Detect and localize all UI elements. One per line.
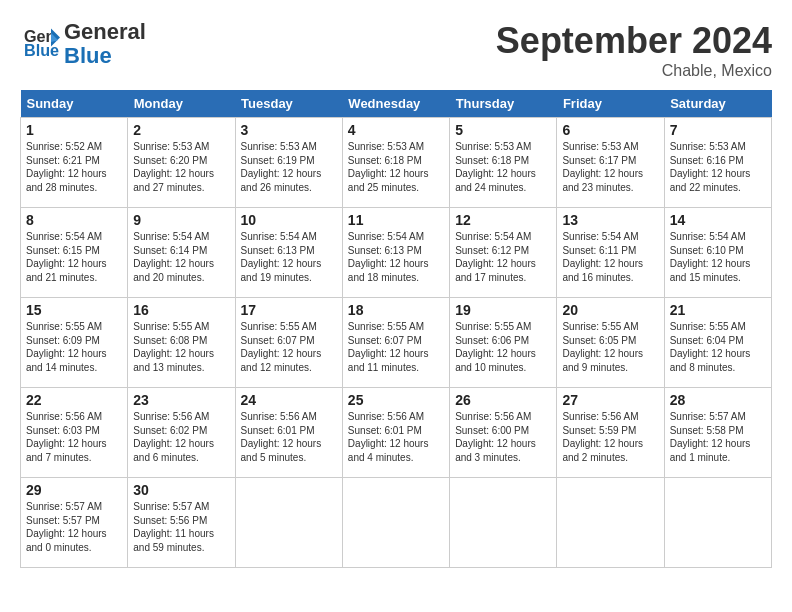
day-cell: 10Sunrise: 5:54 AM Sunset: 6:13 PM Dayli… [235, 208, 342, 298]
day-number: 14 [670, 212, 766, 228]
day-info: Sunrise: 5:55 AM Sunset: 6:05 PM Dayligh… [562, 320, 658, 374]
header-friday: Friday [557, 90, 664, 118]
svg-text:Blue: Blue [24, 42, 59, 60]
day-info: Sunrise: 5:54 AM Sunset: 6:11 PM Dayligh… [562, 230, 658, 284]
day-number: 23 [133, 392, 229, 408]
logo-general: General [64, 19, 146, 44]
title-area: September 2024 Chable, Mexico [496, 20, 772, 80]
day-number: 10 [241, 212, 337, 228]
day-cell: 19Sunrise: 5:55 AM Sunset: 6:06 PM Dayli… [450, 298, 557, 388]
week-row-3: 15Sunrise: 5:55 AM Sunset: 6:09 PM Dayli… [21, 298, 772, 388]
day-cell: 14Sunrise: 5:54 AM Sunset: 6:10 PM Dayli… [664, 208, 771, 298]
logo-blue: Blue [64, 43, 112, 68]
logo-icon: Gen Blue [24, 24, 60, 60]
week-row-5: 29Sunrise: 5:57 AM Sunset: 5:57 PM Dayli… [21, 478, 772, 568]
day-info: Sunrise: 5:53 AM Sunset: 6:20 PM Dayligh… [133, 140, 229, 194]
day-number: 21 [670, 302, 766, 318]
day-cell: 25Sunrise: 5:56 AM Sunset: 6:01 PM Dayli… [342, 388, 449, 478]
day-info: Sunrise: 5:56 AM Sunset: 6:00 PM Dayligh… [455, 410, 551, 464]
day-info: Sunrise: 5:55 AM Sunset: 6:04 PM Dayligh… [670, 320, 766, 374]
day-number: 6 [562, 122, 658, 138]
day-info: Sunrise: 5:56 AM Sunset: 6:02 PM Dayligh… [133, 410, 229, 464]
day-number: 17 [241, 302, 337, 318]
day-number: 25 [348, 392, 444, 408]
day-info: Sunrise: 5:55 AM Sunset: 6:07 PM Dayligh… [348, 320, 444, 374]
day-number: 12 [455, 212, 551, 228]
day-cell: 20Sunrise: 5:55 AM Sunset: 6:05 PM Dayli… [557, 298, 664, 388]
month-title: September 2024 [496, 20, 772, 62]
day-info: Sunrise: 5:53 AM Sunset: 6:16 PM Dayligh… [670, 140, 766, 194]
day-info: Sunrise: 5:56 AM Sunset: 6:03 PM Dayligh… [26, 410, 122, 464]
day-cell: 16Sunrise: 5:55 AM Sunset: 6:08 PM Dayli… [128, 298, 235, 388]
day-cell: 23Sunrise: 5:56 AM Sunset: 6:02 PM Dayli… [128, 388, 235, 478]
day-number: 30 [133, 482, 229, 498]
week-row-2: 8Sunrise: 5:54 AM Sunset: 6:15 PM Daylig… [21, 208, 772, 298]
header-row: SundayMondayTuesdayWednesdayThursdayFrid… [21, 90, 772, 118]
day-cell: 21Sunrise: 5:55 AM Sunset: 6:04 PM Dayli… [664, 298, 771, 388]
day-number: 16 [133, 302, 229, 318]
day-cell: 5Sunrise: 5:53 AM Sunset: 6:18 PM Daylig… [450, 118, 557, 208]
day-cell: 22Sunrise: 5:56 AM Sunset: 6:03 PM Dayli… [21, 388, 128, 478]
day-number: 19 [455, 302, 551, 318]
day-info: Sunrise: 5:53 AM Sunset: 6:17 PM Dayligh… [562, 140, 658, 194]
day-info: Sunrise: 5:57 AM Sunset: 5:57 PM Dayligh… [26, 500, 122, 554]
day-cell: 18Sunrise: 5:55 AM Sunset: 6:07 PM Dayli… [342, 298, 449, 388]
day-info: Sunrise: 5:53 AM Sunset: 6:18 PM Dayligh… [455, 140, 551, 194]
week-row-4: 22Sunrise: 5:56 AM Sunset: 6:03 PM Dayli… [21, 388, 772, 478]
day-cell: 29Sunrise: 5:57 AM Sunset: 5:57 PM Dayli… [21, 478, 128, 568]
day-cell: 8Sunrise: 5:54 AM Sunset: 6:15 PM Daylig… [21, 208, 128, 298]
calendar-body: 1Sunrise: 5:52 AM Sunset: 6:21 PM Daylig… [21, 118, 772, 568]
header-saturday: Saturday [664, 90, 771, 118]
day-info: Sunrise: 5:57 AM Sunset: 5:56 PM Dayligh… [133, 500, 229, 554]
day-number: 28 [670, 392, 766, 408]
day-info: Sunrise: 5:55 AM Sunset: 6:07 PM Dayligh… [241, 320, 337, 374]
day-info: Sunrise: 5:53 AM Sunset: 6:18 PM Dayligh… [348, 140, 444, 194]
day-info: Sunrise: 5:56 AM Sunset: 6:01 PM Dayligh… [348, 410, 444, 464]
header-monday: Monday [128, 90, 235, 118]
header-sunday: Sunday [21, 90, 128, 118]
day-number: 15 [26, 302, 122, 318]
day-cell: 13Sunrise: 5:54 AM Sunset: 6:11 PM Dayli… [557, 208, 664, 298]
day-number: 8 [26, 212, 122, 228]
day-info: Sunrise: 5:52 AM Sunset: 6:21 PM Dayligh… [26, 140, 122, 194]
day-info: Sunrise: 5:54 AM Sunset: 6:14 PM Dayligh… [133, 230, 229, 284]
day-number: 7 [670, 122, 766, 138]
day-cell: 12Sunrise: 5:54 AM Sunset: 6:12 PM Dayli… [450, 208, 557, 298]
day-cell: 27Sunrise: 5:56 AM Sunset: 5:59 PM Dayli… [557, 388, 664, 478]
day-info: Sunrise: 5:57 AM Sunset: 5:58 PM Dayligh… [670, 410, 766, 464]
day-cell [450, 478, 557, 568]
page-header: Gen Blue General Blue September 2024 Cha… [20, 20, 772, 80]
header-tuesday: Tuesday [235, 90, 342, 118]
calendar-header: SundayMondayTuesdayWednesdayThursdayFrid… [21, 90, 772, 118]
day-number: 24 [241, 392, 337, 408]
day-cell: 7Sunrise: 5:53 AM Sunset: 6:16 PM Daylig… [664, 118, 771, 208]
header-wednesday: Wednesday [342, 90, 449, 118]
day-number: 18 [348, 302, 444, 318]
day-info: Sunrise: 5:54 AM Sunset: 6:10 PM Dayligh… [670, 230, 766, 284]
day-number: 2 [133, 122, 229, 138]
day-cell: 4Sunrise: 5:53 AM Sunset: 6:18 PM Daylig… [342, 118, 449, 208]
location: Chable, Mexico [496, 62, 772, 80]
day-number: 29 [26, 482, 122, 498]
day-number: 22 [26, 392, 122, 408]
day-info: Sunrise: 5:53 AM Sunset: 6:19 PM Dayligh… [241, 140, 337, 194]
day-number: 26 [455, 392, 551, 408]
day-cell: 24Sunrise: 5:56 AM Sunset: 6:01 PM Dayli… [235, 388, 342, 478]
day-number: 27 [562, 392, 658, 408]
calendar-table: SundayMondayTuesdayWednesdayThursdayFrid… [20, 90, 772, 568]
day-number: 5 [455, 122, 551, 138]
day-info: Sunrise: 5:56 AM Sunset: 5:59 PM Dayligh… [562, 410, 658, 464]
day-info: Sunrise: 5:54 AM Sunset: 6:13 PM Dayligh… [348, 230, 444, 284]
day-number: 20 [562, 302, 658, 318]
day-info: Sunrise: 5:55 AM Sunset: 6:09 PM Dayligh… [26, 320, 122, 374]
day-info: Sunrise: 5:55 AM Sunset: 6:06 PM Dayligh… [455, 320, 551, 374]
day-number: 3 [241, 122, 337, 138]
day-cell [235, 478, 342, 568]
day-cell: 9Sunrise: 5:54 AM Sunset: 6:14 PM Daylig… [128, 208, 235, 298]
day-cell: 30Sunrise: 5:57 AM Sunset: 5:56 PM Dayli… [128, 478, 235, 568]
day-cell: 6Sunrise: 5:53 AM Sunset: 6:17 PM Daylig… [557, 118, 664, 208]
day-info: Sunrise: 5:55 AM Sunset: 6:08 PM Dayligh… [133, 320, 229, 374]
day-cell: 17Sunrise: 5:55 AM Sunset: 6:07 PM Dayli… [235, 298, 342, 388]
day-cell: 1Sunrise: 5:52 AM Sunset: 6:21 PM Daylig… [21, 118, 128, 208]
day-cell: 15Sunrise: 5:55 AM Sunset: 6:09 PM Dayli… [21, 298, 128, 388]
